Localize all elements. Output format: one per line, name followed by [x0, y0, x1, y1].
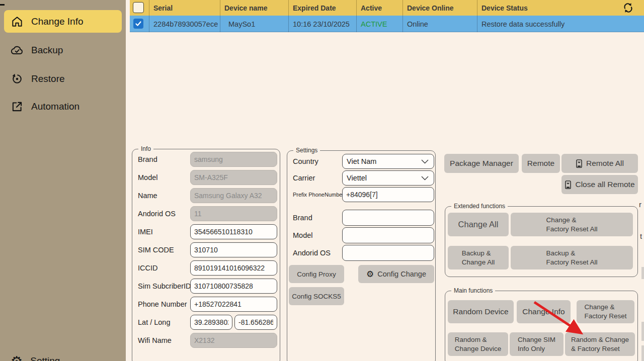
cell-serial: 2284b78930057ece: [149, 16, 220, 32]
settings-brand-label: Brand: [293, 210, 312, 225]
settings-android-os-field[interactable]: [342, 245, 434, 261]
package-manager-button[interactable]: Package Manager: [444, 154, 519, 173]
imei-label: IMEI: [138, 224, 153, 239]
sidebar-item-label: Automation: [31, 101, 79, 112]
chevron-down-icon: [421, 159, 429, 164]
col-header-device-status[interactable]: Device Status: [477, 0, 644, 16]
cell-device-online: Online: [403, 16, 477, 32]
android-os-label: Andorid OS: [138, 206, 176, 221]
model-label: Model: [138, 170, 158, 185]
launch-icon: [11, 100, 24, 113]
sidebar-item-automation[interactable]: Automation: [4, 96, 122, 118]
device-table-row[interactable]: 2284b78930057ece MaySo1 10:16 23/10/2025…: [130, 16, 644, 32]
phone-number-label: Phone Number: [138, 297, 187, 312]
sim-subscriber-field[interactable]: [190, 279, 277, 294]
button-label: Backup & Factory Reset All: [546, 249, 597, 266]
cell-device-name: MaySo1: [220, 16, 288, 32]
iccid-label: ICCID: [138, 260, 157, 276]
sidebar-item-change-info[interactable]: Change Info: [4, 10, 122, 33]
col-header-serial[interactable]: Serial: [149, 0, 220, 16]
phone-icon: [576, 159, 583, 168]
sidebar-item-label: Restore: [31, 73, 65, 84]
brand-field: [190, 152, 277, 167]
cell-active-status: ACTIVE: [356, 16, 403, 32]
col-header-active[interactable]: Active: [356, 0, 403, 16]
sim-code-field[interactable]: [190, 242, 277, 257]
longitude-field[interactable]: [234, 315, 277, 330]
lat-long-label: Lat / Long: [138, 315, 171, 330]
check-icon: [135, 20, 142, 27]
phone-number-field[interactable]: [190, 297, 277, 312]
gear-icon: ⚙: [366, 270, 374, 279]
prefix-phone-field[interactable]: [342, 187, 434, 202]
random-and-change-device-button[interactable]: Random & Change Device: [448, 332, 508, 356]
country-value: Viet Nam: [347, 157, 376, 165]
row-checkbox[interactable]: [133, 19, 143, 29]
cell-expired-date: 10:16 23/10/2025: [288, 16, 356, 32]
model-field: [190, 170, 277, 185]
carrier-value: Viettel: [347, 174, 367, 182]
carrier-label: Carrier: [293, 170, 315, 186]
android-os-field: [190, 206, 277, 221]
remote-button[interactable]: Remote: [522, 154, 560, 173]
close-all-remote-button[interactable]: Close all Remote: [561, 175, 638, 194]
main-functions-title: Main functions: [451, 287, 495, 294]
clipped-button-fragment: [641, 267, 644, 279]
change-info-button[interactable]: Change Info: [517, 300, 571, 323]
latitude-field[interactable]: [190, 315, 232, 330]
settings-model-field[interactable]: [342, 227, 434, 243]
restore-icon: [11, 72, 24, 85]
config-change-button[interactable]: ⚙ Config Change: [358, 265, 434, 283]
sidebar-item-restore[interactable]: Restore: [4, 68, 122, 90]
col-header-expired-date[interactable]: Expired Date: [288, 0, 356, 16]
clipped-text-fragment: t: [640, 232, 642, 240]
phone-icon: [565, 180, 572, 190]
clipped-button-fragment: [641, 345, 644, 361]
gear-icon: ⚙: [11, 354, 23, 361]
button-label: Change SIM Info Only: [518, 335, 555, 353]
change-sim-info-only-button[interactable]: Change SIM Info Only: [510, 332, 564, 356]
iccid-field[interactable]: [190, 260, 277, 276]
backup-and-factory-reset-all-button[interactable]: Backup & Factory Reset All: [511, 246, 633, 269]
button-label: Change & Factory Reset All: [546, 216, 597, 233]
home-icon: [11, 15, 24, 28]
country-label: Country: [293, 154, 318, 169]
remote-all-button[interactable]: Remote All: [561, 154, 638, 173]
name-field: [190, 188, 277, 203]
settings-groupbox-title: Settings: [293, 147, 320, 154]
cell-device-status: Restore data successfully: [477, 16, 644, 32]
config-proxy-button[interactable]: Config Proxy: [289, 265, 344, 283]
select-all-checkbox[interactable]: [133, 2, 144, 13]
prefix-phone-label: Prefix PhoneNumber: [293, 187, 341, 202]
config-socks5-button[interactable]: Config SOCKS5: [289, 287, 344, 305]
device-table-header: Serial Device name Expired Date Active D…: [130, 0, 644, 16]
change-and-factory-reset-all-button[interactable]: Change & Factory Reset All: [511, 213, 633, 236]
info-groupbox-title: Info: [138, 145, 153, 152]
sidebar-item-backup[interactable]: Backup: [4, 39, 122, 61]
config-change-label: Config Change: [377, 270, 426, 278]
settings-android-os-label: Andorid OS: [293, 245, 331, 260]
extended-functions-title: Extended functions: [451, 203, 508, 210]
refresh-icon[interactable]: [622, 2, 634, 14]
brand-label: Brand: [138, 152, 157, 167]
col-header-device-online[interactable]: Device Online: [403, 0, 477, 16]
button-label: Backup & Change All: [462, 249, 495, 266]
settings-brand-field[interactable]: [342, 210, 434, 226]
carrier-dropdown[interactable]: Viettel: [342, 170, 434, 186]
wifi-name-label: Wifi Name: [138, 333, 172, 348]
sidebar-item-setting[interactable]: ⚙ Setting: [4, 350, 122, 361]
col-header-device-name[interactable]: Device name: [220, 0, 288, 16]
backup-and-change-all-button[interactable]: Backup & Change All: [448, 246, 509, 269]
clipped-text-fragment: r: [639, 200, 641, 209]
remote-all-label: Remote All: [586, 159, 624, 168]
random-device-button[interactable]: Random Device: [448, 300, 514, 323]
wifi-name-field: [190, 333, 277, 348]
change-all-button[interactable]: Change All: [448, 213, 509, 236]
change-and-factory-reset-button[interactable]: Change & Factory Reset: [577, 300, 634, 323]
sidebar-item-label: Setting: [30, 355, 60, 361]
name-label: Name: [138, 188, 157, 203]
country-dropdown[interactable]: Viet Nam: [342, 154, 434, 169]
imei-field[interactable]: [190, 224, 277, 239]
settings-model-label: Model: [293, 228, 313, 243]
random-change-factory-reset-button[interactable]: Random & Change & Factory Reset: [565, 332, 635, 356]
